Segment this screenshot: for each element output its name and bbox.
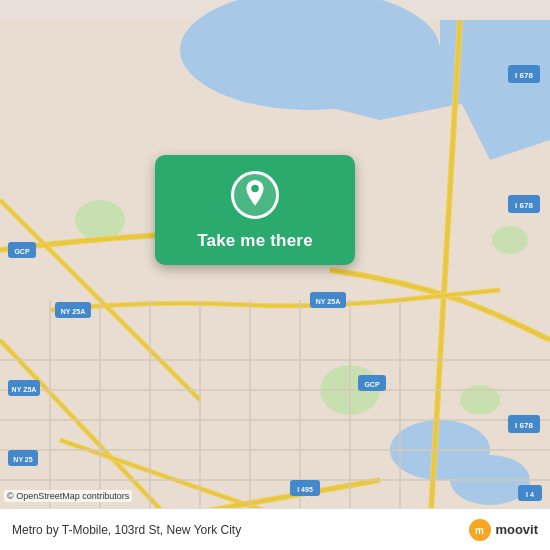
svg-text:NY Z5A: NY Z5A <box>12 386 37 393</box>
svg-point-8 <box>75 200 125 240</box>
svg-text:GCP: GCP <box>14 248 30 255</box>
moovit-logo: m moovit <box>469 519 538 541</box>
map-container: I 678 I 678 I 678 GCP GCP NY 25A NY 25A … <box>0 0 550 550</box>
map-background: I 678 I 678 I 678 GCP GCP NY 25A NY 25A … <box>0 0 550 550</box>
svg-text:NY 25A: NY 25A <box>61 308 85 315</box>
moovit-icon: m <box>469 519 491 541</box>
take-me-there-card[interactable]: Take me there <box>155 155 355 265</box>
svg-point-9 <box>492 226 528 254</box>
svg-text:GCP: GCP <box>364 381 380 388</box>
svg-text:m: m <box>475 525 484 536</box>
bottom-bar: Metro by T-Mobile, 103rd St, New York Ci… <box>0 508 550 550</box>
location-pin-icon <box>231 171 279 219</box>
svg-text:NY 25A: NY 25A <box>316 298 340 305</box>
osm-attribution: © OpenStreetMap contributors <box>4 490 132 502</box>
location-info-text: Metro by T-Mobile, 103rd St, New York Ci… <box>12 523 461 537</box>
svg-text:I 678: I 678 <box>515 201 533 210</box>
svg-point-55 <box>251 185 259 193</box>
moovit-logo-text: moovit <box>495 522 538 537</box>
svg-text:I 678: I 678 <box>515 421 533 430</box>
svg-text:I 4: I 4 <box>526 491 534 498</box>
svg-text:I 495: I 495 <box>297 486 313 493</box>
svg-text:I 678: I 678 <box>515 71 533 80</box>
svg-text:NY 25: NY 25 <box>13 456 32 463</box>
take-me-there-label: Take me there <box>197 231 313 251</box>
